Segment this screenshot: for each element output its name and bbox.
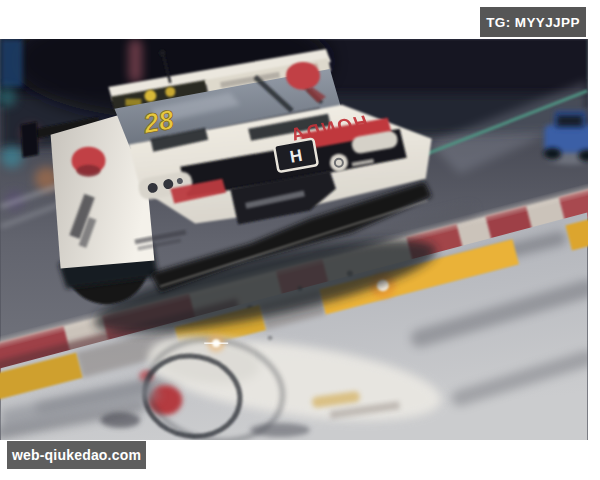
- sunstrip-logo-blur: [144, 90, 156, 102]
- watermark-top-right: TG: MYYJJPP: [480, 7, 586, 37]
- race-photo: 28 HONDA H: [0, 39, 588, 440]
- roof-antenna-tip: [159, 50, 165, 56]
- page: TG: MYYJJPP: [0, 0, 600, 480]
- distant-car-wheel: [543, 148, 561, 160]
- reflection-dark-blob: [100, 412, 140, 428]
- watermark-bottom-left: web-qiukedao.com: [7, 441, 146, 469]
- honda-grille-badge: H: [274, 138, 318, 171]
- race-number: 28: [140, 105, 176, 140]
- side-mirror-left-base: [77, 165, 101, 177]
- race-photo-canvas: 28 HONDA H: [0, 39, 588, 440]
- watermark-bottom-left-label: web-qiukedao.com: [12, 447, 141, 463]
- side-mirror-right: [286, 62, 320, 90]
- debris-dot: [268, 336, 273, 341]
- distant-car-window: [557, 116, 582, 126]
- pink-pole-blur: [128, 39, 142, 83]
- grille-sponsor-roundel: [330, 154, 348, 172]
- watermark-top-right-label: TG: MYYJJPP: [486, 15, 580, 30]
- rear-wing-endplate: [21, 122, 39, 158]
- sunstrip-logo-blur: [165, 87, 175, 97]
- reflection-dark-blob: [250, 423, 310, 437]
- spectator-blur: [1, 146, 23, 168]
- blue-banner: [1, 39, 23, 87]
